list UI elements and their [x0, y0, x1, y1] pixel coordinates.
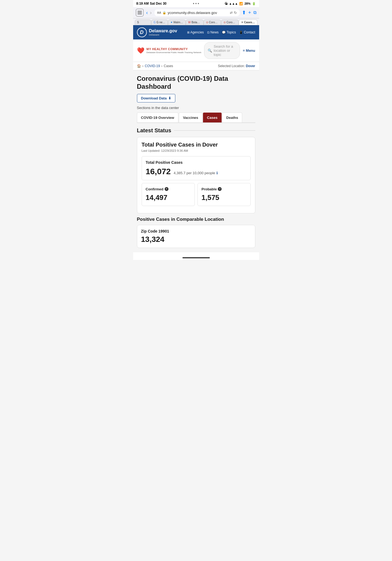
info-icon[interactable]: ℹ — [216, 171, 218, 175]
nav-news[interactable]: ⊡ News — [207, 30, 219, 34]
breadcrumb: 🏠 › COVID-19 › Cases Selected Location: … — [133, 62, 259, 70]
comparable-zip-label: Zip Code 19901 — [141, 229, 251, 233]
tab-vaccines[interactable]: Vaccines — [179, 113, 202, 122]
site-header: ❤️ MY HEALTHY COMMUNITY Delaware Environ… — [133, 39, 259, 62]
status-bar: 8:19 AM Sat Dec 30 • • • 🌤 ▲▲▲ 📶 28% 🔋 — [133, 0, 259, 7]
probable-label: Probable — [202, 187, 217, 191]
nav-agencies[interactable]: ⊞ Agencies — [187, 30, 204, 34]
probable-help-icon[interactable]: ? — [218, 187, 222, 191]
search-bar[interactable]: 🔍 Search for a location or topic — [204, 42, 240, 59]
address-bar[interactable]: AA 🔒 ycommunity.dhss.delaware.gov ⇄ ↻ — [154, 9, 240, 16]
news-icon: ⊡ — [207, 31, 210, 34]
wifi-icon: 📶 — [239, 2, 243, 5]
total-cases-card: Total Positive Cases in Dover Last Updat… — [137, 137, 255, 213]
time-display: 8:19 AM — [136, 2, 149, 5]
nav-contact[interactable]: 📱 Contact — [239, 30, 255, 34]
nav-links: ⊞ Agencies ⊡ News 💬 Topics 📱 Contact — [187, 30, 255, 34]
confirmed-label: Confirmed — [146, 187, 164, 191]
page-title: Coronavirus (COVID-19) Data Dashboard — [137, 75, 255, 91]
agencies-icon: ⊞ — [187, 31, 190, 34]
total-label: Total Positive Cases — [146, 160, 247, 165]
site-logo-name: MY HEALTHY COMMUNITY — [147, 47, 202, 51]
site-logo[interactable]: ❤️ MY HEALTHY COMMUNITY Delaware Environ… — [137, 47, 202, 54]
url-display: ycommunity.dhss.delaware.gov — [168, 11, 228, 15]
tab-botanic[interactable]: W Botanic Ch... — [186, 19, 204, 25]
new-tab-button[interactable]: + — [248, 10, 251, 16]
search-icon: 🔍 — [208, 48, 212, 53]
delaware-logo[interactable]: D Delaware.gov Delaware — [137, 27, 177, 37]
card-title: Total Positive Cases in Dover — [142, 142, 251, 148]
battery-icon: 🔋 — [252, 2, 256, 5]
comparable-card: Zip Code 19901 13,324 — [137, 225, 255, 248]
svg-rect-2 — [138, 14, 142, 14]
delaware-logo-sub: Delaware — [149, 33, 177, 36]
topics-icon: 💬 — [222, 31, 226, 34]
sidebar-toggle-button[interactable] — [136, 9, 144, 16]
date-display: Sat Dec 30 — [150, 2, 167, 5]
selected-location-value[interactable]: Dover — [246, 64, 255, 68]
tab-covid-2[interactable]: ⊙ Coronaviru... — [221, 19, 239, 25]
comparable-zip-value: 13,324 — [141, 235, 251, 244]
sections-label: Sections in the data center — [137, 106, 255, 110]
probable-stat: Probable ? 1,575 — [198, 183, 251, 206]
delaware-nav-bar: D Delaware.gov Delaware ⊞ Agencies ⊡ New… — [133, 25, 259, 39]
probable-value: 1,575 — [202, 193, 247, 202]
site-logo-subtext: Delaware Environmental Public Health Tra… — [147, 51, 202, 54]
battery-display: 28% — [244, 2, 250, 5]
breadcrumb-cases: Cases — [164, 64, 173, 68]
reload-button[interactable]: ↻ — [234, 11, 237, 15]
home-bar — [182, 257, 210, 258]
breadcrumb-covid19[interactable]: COVID-19 — [145, 64, 160, 68]
confirmed-help-icon[interactable]: ? — [165, 187, 168, 191]
svg-rect-1 — [138, 12, 142, 13]
search-placeholder: Search for a location or topic — [214, 44, 236, 57]
comparable-section: Positive Cases in Comparable Location Zi… — [137, 217, 255, 248]
comparable-title: Positive Cases in Comparable Location — [137, 217, 255, 222]
total-value: 16,072 — [146, 167, 171, 176]
tab-deaths[interactable]: Deaths — [222, 113, 242, 122]
confirmed-value: 14,497 — [146, 193, 191, 202]
browser-chrome: ‹ › AA 🔒 ycommunity.dhss.delaware.gov ⇄ … — [133, 7, 259, 18]
main-content: Coronavirus (COVID-19) Data Dashboard Do… — [133, 70, 259, 252]
forward-button[interactable]: › — [150, 10, 152, 16]
home-icon[interactable]: 🏠 — [137, 64, 141, 68]
download-data-button[interactable]: Download Data ⬇ — [137, 94, 176, 102]
tab-covid-overview[interactable]: COVID-19 Overview — [137, 113, 178, 122]
delaware-logo-text: Delaware.gov — [149, 28, 177, 33]
confirmed-probable-row: Confirmed ? 14,497 Probable ? 1,575 — [142, 183, 251, 209]
tab-s[interactable]: S — [135, 19, 151, 25]
home-indicator — [133, 252, 259, 260]
tab-cases-active[interactable]: ✕ Cases – CO... — [239, 19, 257, 25]
card-updated: Last Updated: 12/29/2023 9:36 AM — [142, 149, 251, 152]
heart-icon: ❤️ — [137, 47, 144, 54]
tabs-button[interactable]: ⧉ — [253, 10, 256, 15]
tab-covid-1[interactable]: ⊙ Coronaviru... — [204, 19, 221, 25]
browser-tabs: S G G near me - ✦ Walmart.com W Botanic … — [133, 18, 259, 25]
tab-google[interactable]: G G near me - — [151, 19, 168, 25]
tab-cases[interactable]: Cases — [203, 113, 222, 122]
tab-walmart[interactable]: ✦ Walmart.com — [168, 19, 186, 25]
svg-rect-0 — [138, 11, 142, 12]
tab-label-near-me: G near me - — [156, 21, 165, 24]
download-button-label: Download Data — [141, 96, 167, 100]
confirmed-stat: Confirmed ? 14,497 — [142, 183, 195, 206]
back-button[interactable]: ‹ — [146, 10, 148, 16]
dot-indicator: • • • — [193, 1, 199, 6]
lock-icon: 🔒 — [162, 11, 166, 15]
total-positive-stat: Total Positive Cases 16,072 4,385.7 per … — [142, 156, 251, 180]
delaware-logo-circle: D — [137, 27, 147, 37]
share-button[interactable]: ⬆ — [242, 10, 246, 16]
transfer-icon: ⇄ — [230, 11, 233, 15]
latest-status-heading: Latest Status — [137, 127, 255, 134]
total-rate: 4,385.7 per 10,000 people — [174, 171, 215, 175]
signal-icon: 🌤 — [225, 2, 228, 5]
nav-topics[interactable]: 💬 Topics — [222, 30, 236, 34]
contact-icon: 📱 — [239, 31, 243, 34]
breadcrumb-location: Selected Location: Dover — [218, 64, 255, 68]
text-size-indicator: AA — [157, 11, 161, 14]
data-tabs: COVID-19 Overview Vaccines Cases Deaths — [137, 113, 255, 123]
cellular-icon: ▲▲▲ — [229, 2, 238, 5]
download-icon: ⬇ — [168, 96, 171, 100]
menu-button[interactable]: ≡ Menu — [243, 48, 255, 53]
